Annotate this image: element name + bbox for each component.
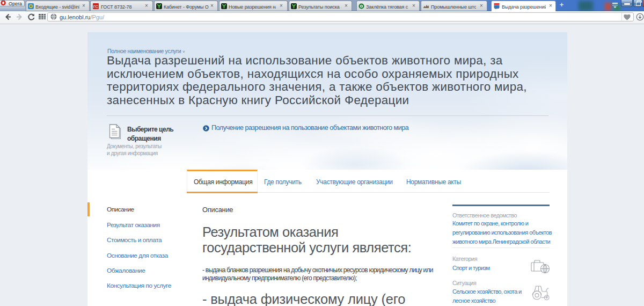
svg-text:ГС: ГС <box>93 4 99 9</box>
